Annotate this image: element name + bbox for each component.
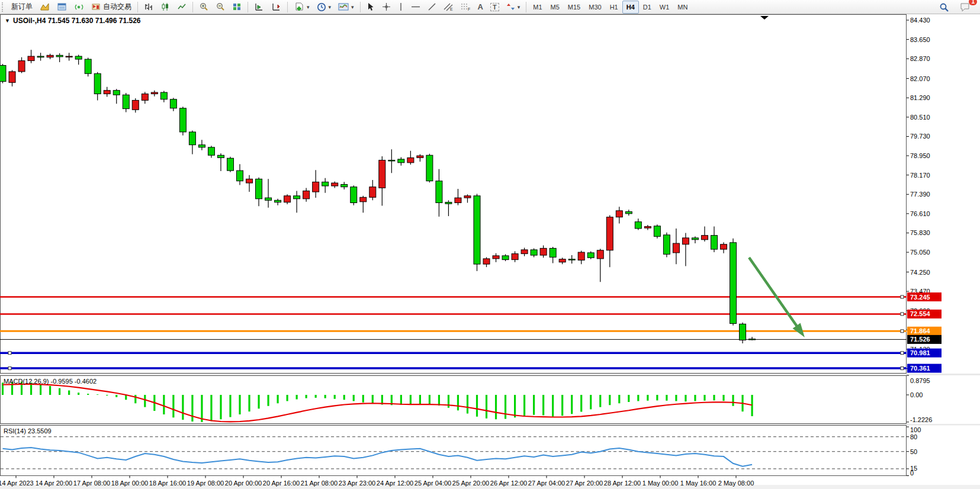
- line-handle[interactable]: [901, 295, 904, 298]
- svg-text:0.00: 0.00: [910, 391, 923, 398]
- svg-text:27 Apr 20:00: 27 Apr 20:00: [566, 480, 603, 487]
- charts-icon: [40, 2, 50, 11]
- tab-timeframe-m5[interactable]: M5: [547, 1, 564, 14]
- cursor-tool-button[interactable]: [363, 0, 378, 14]
- charts-button[interactable]: [36, 0, 53, 14]
- price-axis[interactable]: 84.43083.65082.87082.07081.29080.51079.7…: [907, 17, 930, 372]
- chart-canvas[interactable]: 84.43083.65082.87082.07081.29080.51079.7…: [0, 14, 980, 489]
- templates-button[interactable]: ▾: [335, 0, 358, 14]
- tile-windows-button[interactable]: [229, 0, 245, 14]
- line-handle[interactable]: [8, 367, 11, 370]
- svg-text:72.554: 72.554: [910, 310, 931, 317]
- macd-label: MACD(12,26,9) -0.9595 -0.4602: [4, 378, 97, 385]
- svg-text:75.830: 75.830: [910, 229, 930, 236]
- time-axis[interactable]: 14 Apr 202314 Apr 20:0017 Apr 08:0018 Ap…: [0, 476, 754, 487]
- tab-timeframe-m1[interactable]: M1: [529, 1, 546, 14]
- channel-tool-button[interactable]: E: [440, 0, 457, 14]
- new-chart-button[interactable]: ▾: [290, 0, 313, 14]
- svg-text:24 Apr 12:00: 24 Apr 12:00: [377, 480, 413, 487]
- fibonacci-icon: F: [461, 2, 471, 11]
- tile-windows-icon: [232, 2, 242, 11]
- zoom-in-button[interactable]: [195, 0, 212, 14]
- chat-button[interactable]: 1: [956, 0, 974, 14]
- channel-icon: E: [444, 2, 454, 11]
- svg-text:83.650: 83.650: [910, 36, 930, 43]
- bar-chart-button[interactable]: [140, 0, 157, 14]
- svg-text:78.170: 78.170: [910, 172, 930, 179]
- tab-timeframe-mn[interactable]: MN: [673, 1, 692, 14]
- toolbar-separator: [192, 2, 193, 12]
- horizontal-line-icon: [411, 2, 420, 11]
- tab-timeframe-w1[interactable]: W1: [656, 1, 674, 14]
- zoom-out-button[interactable]: [212, 0, 229, 14]
- svg-text:14 Apr 20:00: 14 Apr 20:00: [36, 480, 72, 487]
- chevron-down-icon: ▾: [329, 4, 332, 10]
- svg-text:75.050: 75.050: [910, 249, 930, 256]
- line-handle[interactable]: [8, 352, 11, 355]
- svg-text:25 Apr 04:00: 25 Apr 04:00: [415, 480, 451, 487]
- text-tool-button[interactable]: A: [474, 0, 487, 14]
- auto-trading-button[interactable]: 自动交易: [88, 0, 135, 14]
- rsi-pane[interactable]: [1, 426, 907, 476]
- periods-button[interactable]: ▾: [313, 0, 335, 14]
- toolbar-separator: [360, 2, 361, 12]
- symbol-collapse-icon[interactable]: ▼: [5, 18, 10, 24]
- auto-scroll-button[interactable]: [250, 0, 268, 14]
- text-icon: A: [478, 2, 483, 11]
- trendline-tool-button[interactable]: [424, 0, 440, 14]
- svg-text:73.245: 73.245: [910, 294, 930, 301]
- cursor-icon: [367, 2, 375, 11]
- vertical-line-tool-button[interactable]: [394, 0, 407, 14]
- svg-text:70.981: 70.981: [910, 349, 930, 356]
- line-chart-icon: [177, 2, 187, 11]
- tab-timeframe-m15[interactable]: M15: [564, 1, 584, 14]
- crosshair-tool-button[interactable]: [378, 0, 394, 14]
- arrows-tool-button[interactable]: ▾: [503, 0, 524, 14]
- tab-timeframe-d1[interactable]: D1: [639, 1, 656, 14]
- search-button[interactable]: [936, 0, 953, 14]
- new-order-button[interactable]: 新订单: [8, 0, 36, 14]
- svg-text:78.950: 78.950: [910, 152, 930, 159]
- macd-axis: 0.87950.00-1.2226: [907, 375, 932, 423]
- svg-text:74.250: 74.250: [910, 269, 930, 276]
- line-handle[interactable]: [901, 367, 904, 370]
- rsi-label: RSI(14) 23.5509: [4, 427, 52, 435]
- crosshair-icon: [382, 2, 391, 11]
- fibonacci-tool-button[interactable]: F: [457, 0, 474, 14]
- text-label-tool-button[interactable]: T: [487, 0, 503, 14]
- toolbar-grip: [2, 2, 6, 12]
- candles-icon: [160, 2, 170, 11]
- chevron-down-icon: ▾: [518, 4, 520, 10]
- chart-window[interactable]: 84.43083.65082.87082.07081.29080.51079.7…: [0, 14, 980, 489]
- svg-text:84.430: 84.430: [910, 17, 930, 24]
- svg-text:20 Apr 16:00: 20 Apr 16:00: [263, 480, 300, 487]
- line-handle[interactable]: [901, 352, 904, 355]
- svg-text:F: F: [468, 7, 470, 11]
- zoom-out-icon: [216, 2, 225, 11]
- line-chart-button[interactable]: [173, 0, 190, 14]
- line-handle[interactable]: [901, 313, 904, 316]
- chart-shift-icon: [271, 2, 281, 11]
- toolbar-separator: [137, 2, 138, 12]
- svg-text:70.361: 70.361: [910, 365, 930, 372]
- svg-text:81.290: 81.290: [910, 94, 930, 101]
- signals-button[interactable]: [70, 0, 88, 14]
- tab-timeframe-h1[interactable]: H1: [606, 1, 622, 14]
- vertical-line-icon: [398, 2, 404, 11]
- pane-splitter[interactable]: [0, 374, 980, 375]
- templates-icon: [338, 2, 349, 11]
- horizontal-line-tool-button[interactable]: [407, 0, 424, 14]
- candlestick-button[interactable]: [157, 0, 173, 14]
- svg-text:20 Apr 00:00: 20 Apr 00:00: [225, 480, 262, 487]
- auto-trading-icon: [91, 2, 101, 11]
- tab-timeframe-m30[interactable]: M30: [584, 1, 605, 14]
- svg-text:25 Apr 20:00: 25 Apr 20:00: [452, 480, 489, 487]
- line-handle[interactable]: [901, 330, 904, 333]
- tab-timeframe-h4[interactable]: H4: [622, 1, 639, 14]
- auto-scroll-icon: [254, 2, 264, 11]
- chart-shift-button[interactable]: [268, 0, 285, 14]
- main-pane[interactable]: [1, 15, 907, 374]
- svg-text:71.526: 71.526: [910, 336, 930, 343]
- zoom-in-icon: [199, 2, 208, 11]
- market-watch-button[interactable]: [53, 0, 70, 14]
